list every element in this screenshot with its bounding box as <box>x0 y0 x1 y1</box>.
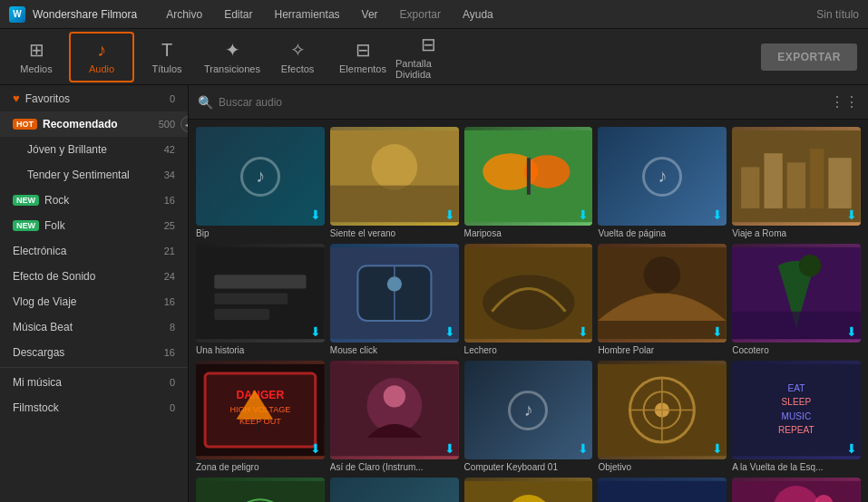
svg-text:MUSIC: MUSIC <box>782 411 812 421</box>
sidebar-item-recomendado[interactable]: HOT Recomendado 500 ◀ <box>0 111 188 137</box>
sidebar-count-musica: 8 <box>170 322 175 333</box>
menu-archivo[interactable]: Archivo <box>159 6 210 23</box>
thumb-roma: ⬇ <box>732 127 861 226</box>
menu-exportar[interactable]: Exportar <box>393 6 448 23</box>
grid-item-objetivo[interactable]: ⬇ Objetivo <box>598 361 727 472</box>
toolbar-audio[interactable]: ♪ Audio <box>69 32 134 82</box>
thumb-hombre: ⬇ <box>598 244 727 343</box>
menu-ver[interactable]: Ver <box>355 6 385 23</box>
grid-item-bip[interactable]: ♪ ⬇ Bip <box>196 127 325 238</box>
grid-item-mouse[interactable]: ⬇ Mouse click <box>330 244 459 355</box>
svg-rect-2 <box>330 186 459 223</box>
svg-point-22 <box>483 275 574 330</box>
more-options-icon[interactable]: ⋮⋮ <box>830 93 859 111</box>
toolbar-pantalla[interactable]: ⊟ Pantalla Dividida <box>395 32 461 82</box>
svg-rect-27 <box>732 312 861 339</box>
sidebar-item-musica[interactable]: Música Beat 8 <box>0 314 188 340</box>
grid-item-v45[interactable]: ⬇ 45 - Versión Instrum... <box>598 478 727 502</box>
pantalla-label: Pantalla Dividida <box>395 58 461 80</box>
sidebar-collapse-arrow[interactable]: ◀ <box>180 116 189 132</box>
sidebar-item-vlog[interactable]: Vlog de Viaje 16 <box>0 289 188 314</box>
grid-item-vuelta[interactable]: ♪ ⬇ Vuelta de página <box>598 127 727 238</box>
download-icon-hombre[interactable]: ⬇ <box>712 324 723 339</box>
grid-item-cocotero[interactable]: ⬇ Cocotero <box>732 244 861 355</box>
svg-text:!: ! <box>257 420 261 434</box>
toolbar-transiciones[interactable]: ✦ Transiciones <box>200 32 265 82</box>
sidebar-item-joven[interactable]: Jóven y Brillante 42 <box>0 137 188 162</box>
download-icon-keyboard[interactable]: ⬇ <box>578 441 589 456</box>
sidebar-label-recomendado: Recomendado <box>43 118 159 130</box>
item-label-historia: Una historia <box>196 345 325 355</box>
sidebar-count-tender: 34 <box>164 169 175 180</box>
sidebar-label-folk: Folk <box>44 219 164 232</box>
sidebar-item-efecto[interactable]: Efecto de Sonido 24 <box>0 264 188 289</box>
toolbar-titulos[interactable]: T Títulos <box>134 32 200 82</box>
sidebar-item-rock[interactable]: NEW Rock 16 <box>0 188 188 213</box>
sidebar-label-descargas: Descargas <box>13 346 164 359</box>
thumb-historia: ⬇ <box>196 244 325 343</box>
content-area: 🔍 ⋮⋮ ♪ ⬇ Bip ⬇ Siente el verano ⬇ M <box>189 85 868 502</box>
search-icon: 🔍 <box>198 95 213 110</box>
grid-item-sala[interactable]: ⬇ Sala Feliz <box>464 478 593 502</box>
toolbar-medios[interactable]: ⊞ Medios <box>4 32 69 82</box>
thumb-cocotero: ⬇ <box>732 244 861 343</box>
download-icon-roma[interactable]: ⬇ <box>846 208 857 222</box>
sidebar-item-electronica[interactable]: Electrónica 21 <box>0 238 188 264</box>
sidebar-item-mi-musica[interactable]: Mi música 0 <box>0 370 188 395</box>
download-icon-mouse[interactable]: ⬇ <box>444 324 455 339</box>
grid-item-keyboard[interactable]: ♪ ⬇ Computer Keyboard 01 <box>464 361 593 472</box>
search-input[interactable] <box>219 96 824 109</box>
menu-herramientas[interactable]: Herramientas <box>268 6 347 23</box>
thumb-vuelta2: EAT SLEEP MUSIC REPEAT ⬇ <box>732 361 861 459</box>
download-icon-vuelta2[interactable]: ⬇ <box>846 441 857 456</box>
sidebar-count-recomendado: 500 <box>159 119 175 130</box>
download-icon-zona[interactable]: ⬇ <box>310 441 321 456</box>
sidebar-item-folk[interactable]: NEW Folk 25 <box>0 213 188 238</box>
grid-item-cielo[interactable]: ⬇ Cielo de lágrimas <box>732 478 861 502</box>
grid-item-roma[interactable]: ⬇ Viaje a Roma <box>732 127 861 238</box>
grid-item-vuelta2[interactable]: EAT SLEEP MUSIC REPEAT ⬇ A la Vuelta de … <box>732 361 861 472</box>
svg-rect-15 <box>214 294 288 304</box>
export-button[interactable]: EXPORTAR <box>761 43 857 71</box>
sidebar-label-electronica: Electrónica <box>13 245 164 257</box>
download-icon-asi[interactable]: ⬇ <box>444 441 455 456</box>
download-icon-cocotero[interactable]: ⬇ <box>846 324 857 339</box>
download-icon-bip[interactable]: ⬇ <box>310 208 321 222</box>
grid-item-zona[interactable]: DANGER HIGH VOLTAGE KEEP OUT ! ⬇ Zona de… <box>196 361 325 472</box>
toolbar: ⊞ Medios ♪ Audio T Títulos ✦ Transicione… <box>0 29 868 85</box>
download-icon-objetivo[interactable]: ⬇ <box>712 441 723 456</box>
download-icon-mariposa[interactable]: ⬇ <box>578 208 589 222</box>
sidebar-item-descargas[interactable]: Descargas 16 <box>0 340 188 365</box>
menu-ayuda[interactable]: Ayuda <box>455 6 501 23</box>
menu-editar[interactable]: Editar <box>217 6 259 23</box>
download-icon-vuelta[interactable]: ⬇ <box>712 208 723 222</box>
toolbar-elementos[interactable]: ⊟ Elementos <box>330 32 395 82</box>
download-icon-siente[interactable]: ⬇ <box>444 208 455 222</box>
grid-item-siente[interactable]: ⬇ Siente el verano <box>330 127 459 238</box>
sidebar-label-joven: Jóven y Brillante <box>13 143 164 156</box>
grid-item-hombre[interactable]: ⬇ Hombre Polar <box>598 244 727 355</box>
svg-point-5 <box>523 155 570 188</box>
sidebar-count-rock: 16 <box>164 195 175 206</box>
sidebar-item-tender[interactable]: Tender y Sentimental 34 <box>0 162 188 188</box>
grid-item-asi[interactable]: ⬇ Así de Claro (Instrum... <box>330 361 459 472</box>
grid-item-lechero[interactable]: ⬇ Lechero <box>464 244 593 355</box>
grid-item-swoosh[interactable]: ♪ ⬇ Swoosh de transición <box>330 478 459 502</box>
audio-grid-container: ♪ ⬇ Bip ⬇ Siente el verano ⬇ Mariposa ♪ … <box>189 120 868 502</box>
item-label-lechero: Lechero <box>464 345 593 355</box>
svg-rect-9 <box>765 153 783 208</box>
toolbar-efectos[interactable]: ✧ Efectos <box>265 32 330 82</box>
pantalla-icon: ⊟ <box>421 34 436 55</box>
thumb-keyboard: ♪ ⬇ <box>464 361 593 459</box>
sidebar-item-filmstock[interactable]: Filmstock 0 <box>0 395 188 420</box>
grid-item-mariposa[interactable]: ⬇ Mariposa <box>464 127 593 238</box>
grid-item-volver[interactable]: ⬇ Volver a Empezar <box>196 478 325 502</box>
download-icon-historia[interactable]: ⬇ <box>310 324 321 339</box>
badge-new-rock: NEW <box>13 195 39 206</box>
sidebar-item-favoritos[interactable]: ♥ Favoritos 0 <box>0 85 188 111</box>
grid-item-historia[interactable]: ⬇ Una historia <box>196 244 325 355</box>
thumb-cielo: ⬇ <box>732 478 861 502</box>
thumb-lechero: ⬇ <box>464 244 593 343</box>
medios-label: Medios <box>20 63 52 74</box>
download-icon-lechero[interactable]: ⬇ <box>578 324 589 339</box>
